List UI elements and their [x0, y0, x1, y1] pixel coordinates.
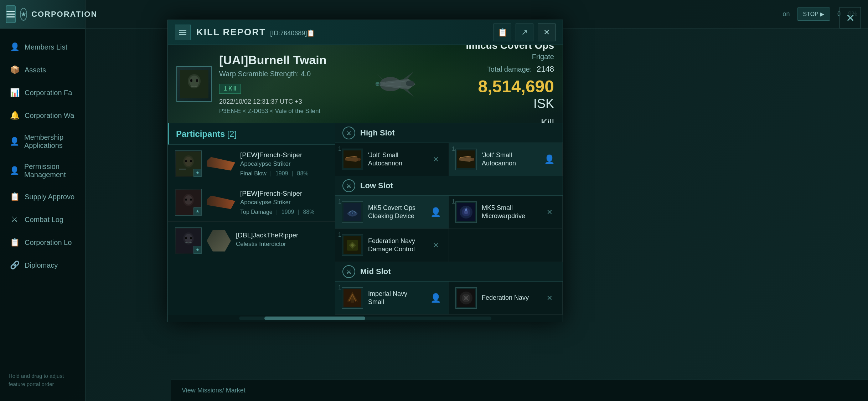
- kill-banner: [UAI]Burnell Twain Warp Scramble Strengt…: [168, 45, 563, 123]
- slot-item-highlighted: 1 'Jolt' Small Autocannon: [449, 143, 563, 176]
- corp-title: CORPORATION: [31, 10, 97, 19]
- slot-item-info: Federation Navy: [482, 294, 538, 302]
- mid-slot-row: 1 Imperial Navy Small: [335, 282, 563, 315]
- modal-title-id: [ID:7640689]📋: [270, 30, 315, 37]
- low-slot-title: Low Slot: [360, 181, 393, 190]
- participant-stats-1: Final Blow | 1909 | 88%: [240, 170, 328, 177]
- participant-name-3: [DBL]JackTheRipper: [236, 231, 328, 239]
- slot-item-fednavy2: Federation Navy ✕: [449, 282, 563, 315]
- slot-action-x[interactable]: ✕: [429, 153, 442, 166]
- kill-stats: Imicus Covert Ops Frigate Total damage: …: [454, 45, 554, 123]
- sidebar-item-permission[interactable]: 👤 Permission Management: [0, 156, 85, 185]
- sidebar-item-corp-finances[interactable]: 📊 Corporation Fa: [0, 81, 85, 104]
- sidebar-item-corp-wallet[interactable]: 🔔 Corporation Wa: [0, 104, 85, 127]
- participant-item[interactable]: ★ [DBL]JackTheRipper Celestis Interdicto…: [168, 222, 335, 260]
- slot-action-person[interactable]: 👤: [543, 153, 556, 166]
- sidebar-item-combat-log[interactable]: ⚔ Combat Log: [0, 208, 85, 231]
- app-close-button[interactable]: ✕: [839, 7, 861, 29]
- sidebar-item-members[interactable]: 👤 Members List: [0, 36, 85, 58]
- svg-point-30: [185, 237, 187, 239]
- svg-rect-46: [351, 300, 354, 303]
- share-button[interactable]: ↗: [516, 24, 533, 41]
- pilot-name: [UAI]Burnell Twain: [219, 53, 327, 67]
- svg-point-12: [376, 84, 379, 86]
- high-slot-icon: ⚔: [342, 127, 355, 139]
- bottom-bar: View Missions/ Market: [171, 380, 868, 401]
- isk-value: 8,514,690: [478, 77, 554, 96]
- weapon-image-1: [207, 157, 235, 171]
- slot-number: 1: [338, 284, 341, 291]
- sidebar-item-corp-log[interactable]: 📋 Corporation Lo: [0, 231, 85, 254]
- cloak-svg: [343, 203, 361, 221]
- person-icon: 👤: [544, 154, 555, 164]
- fednavy2-action-x[interactable]: ✕: [543, 292, 556, 304]
- sidebar-item-assets[interactable]: 📦 Assets: [0, 58, 85, 81]
- stop-button[interactable]: STOP ▶: [797, 7, 830, 21]
- pilot-warp-strength: Warp Scramble Strength: 4.0: [219, 70, 327, 78]
- copy-button[interactable]: 📋: [494, 24, 511, 41]
- bottom-link[interactable]: View Missions/ Market: [182, 387, 246, 394]
- svg-point-4: [190, 79, 192, 82]
- pilot-face-svg: [180, 70, 208, 98]
- scrollbar-thumb[interactable]: [264, 317, 365, 320]
- high-slot-title: High Slot: [360, 128, 395, 138]
- sidebar-item-supply[interactable]: 📋 Supply Approvo: [0, 185, 85, 208]
- imperial-action-person[interactable]: 👤: [429, 292, 442, 304]
- participant-item[interactable]: ★ [PEW]French-Sniper Apocalypse Striker …: [168, 145, 335, 183]
- participant-info-3: [DBL]JackTheRipper Celestis Interdictor: [236, 231, 328, 251]
- slot-number: 1: [338, 199, 341, 205]
- sidebar-item-label: Corporation Fa: [25, 89, 72, 97]
- modal-title-text: KILL REPORT: [196, 27, 266, 37]
- diplomacy-icon: 🔗: [10, 260, 20, 270]
- low-slot-icon: ⚔: [342, 179, 355, 192]
- person-icon: 👤: [430, 293, 441, 303]
- svg-rect-3: [184, 88, 205, 98]
- modal-menu-button[interactable]: [175, 25, 191, 40]
- sidebar-item-label: Combat Log: [25, 216, 63, 224]
- modal-close-button[interactable]: ✕: [538, 24, 556, 41]
- modal-header-actions: 📋 ↗ ✕: [494, 24, 556, 41]
- participant-item[interactable]: ★ [PEW]French-Sniper Apocalypse Striker …: [168, 183, 335, 222]
- x-icon: ✕: [547, 208, 553, 216]
- high-slot-row: 1 'Jolt' Small Autocannon: [335, 143, 563, 176]
- pilot-avatar: [176, 66, 212, 102]
- svg-point-25: [190, 199, 192, 201]
- participant-avatar-2: ★: [175, 189, 202, 216]
- autocannon-icon-2-svg: [457, 150, 475, 168]
- sidebar-header: ★ CORPORATION: [0, 0, 85, 29]
- sidebar-item-membership[interactable]: 👤 Membership Applications: [0, 127, 85, 156]
- sidebar-item-label: Members List: [25, 43, 67, 51]
- modal-title: KILL REPORT [ID:7640689]📋: [196, 27, 315, 38]
- person-icon: 👤: [430, 207, 441, 217]
- stat-percent-1: 88%: [297, 170, 309, 176]
- participant-stats-2: Top Damage | 1909 | 88%: [240, 209, 328, 215]
- imperial-name: Imperial Navy Small: [368, 290, 424, 307]
- sidebar-footer-text: Hold and drag to adjust feature portal o…: [0, 366, 85, 394]
- slot-number: 1: [338, 232, 341, 238]
- high-slot-header: ⚔ High Slot: [335, 123, 563, 143]
- cloak-icon: [342, 201, 363, 223]
- corp-badge-1: ★: [193, 169, 201, 177]
- participants-title: Participants: [176, 129, 225, 139]
- combat-icon: ⚔: [10, 215, 20, 225]
- participant-name-2: [PEW]French-Sniper: [240, 190, 328, 197]
- slot-item-info: 'Jolt' Small Autocannon: [482, 151, 538, 168]
- sidebar-menu-button[interactable]: [6, 5, 16, 23]
- participant-ship-2: Apocalypse Striker: [240, 199, 328, 206]
- mwd-name: MK5 Small Microwarpdrive: [482, 204, 538, 221]
- scrollbar-container: [168, 315, 563, 322]
- mwd-action-x[interactable]: ✕: [543, 206, 556, 219]
- svg-point-42: [464, 210, 468, 214]
- fednavy-action-x[interactable]: ✕: [429, 239, 442, 252]
- slot-item-name: 'Jolt' Small Autocannon: [482, 151, 538, 168]
- cloak-action-person[interactable]: 👤: [429, 206, 442, 219]
- isk-display: 8,514,690 ISK: [454, 77, 554, 111]
- sidebar-item-label: Diplomacy: [25, 261, 58, 269]
- svg-point-5: [196, 79, 198, 82]
- participants-header: Participants [2]: [168, 123, 335, 145]
- slots-panel: ⚔ High Slot 1: [335, 123, 563, 315]
- stat-label-2: Top Damage: [240, 209, 273, 215]
- sidebar-item-diplomacy[interactable]: 🔗 Diplomacy: [0, 254, 85, 277]
- participants-count: [2]: [227, 129, 237, 139]
- scrollbar-track[interactable]: [239, 317, 491, 320]
